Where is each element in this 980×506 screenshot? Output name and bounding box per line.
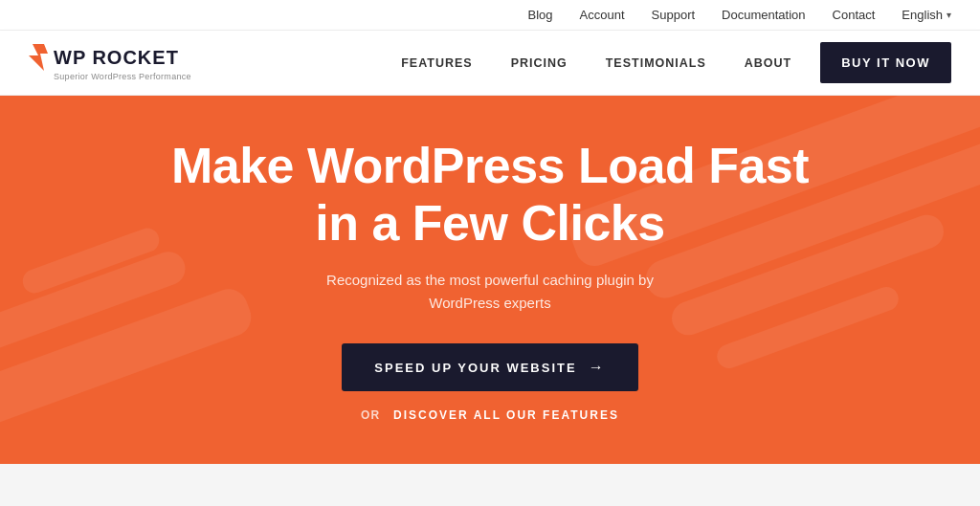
hero-section: Make WordPress Load Fast in a Few Clicks… <box>0 96 980 464</box>
language-label: English <box>902 8 943 22</box>
speed-up-button[interactable]: SPEED UP YOUR WEBSITE → <box>342 343 637 391</box>
hero-title-line2: in a Few Clicks <box>315 195 664 251</box>
nav-features-link[interactable]: FEATURES <box>401 56 472 70</box>
logo-name: WP ROCKET <box>29 44 191 71</box>
topbar-documentation-link[interactable]: Documentation <box>722 8 805 22</box>
speed-up-label: SPEED UP YOUR WEBSITE <box>374 361 576 375</box>
topbar-support-link[interactable]: Support <box>652 8 696 22</box>
language-selector[interactable]: English ▾ <box>902 8 951 22</box>
logo-link[interactable]: WP ROCKET Superior WordPress Performance <box>29 44 191 81</box>
nav-testimonials-link[interactable]: TESTIMONIALS <box>606 56 706 70</box>
svg-marker-0 <box>29 44 48 71</box>
topbar-contact-link[interactable]: Contact <box>833 8 876 22</box>
topbar-blog-link[interactable]: Blog <box>528 8 553 22</box>
or-label: OR <box>361 408 380 422</box>
top-bar: Blog Account Support Documentation Conta… <box>0 0 980 31</box>
logo-icon <box>29 44 48 71</box>
buy-it-now-button[interactable]: BUY IT NOW <box>820 42 951 83</box>
discover-features-link[interactable]: DISCOVER ALL OUR FEATURES <box>393 408 619 422</box>
or-line: OR DISCOVER ALL OUR FEATURES <box>361 408 619 422</box>
topbar-account-link[interactable]: Account <box>580 8 625 22</box>
main-nav: WP ROCKET Superior WordPress Performance… <box>0 31 980 96</box>
hero-subtitle: Recognized as the most powerful caching … <box>323 269 657 315</box>
hero-title-line1: Make WordPress Load Fast <box>171 138 809 193</box>
hero-title: Make WordPress Load Fast in a Few Clicks <box>171 138 809 253</box>
chevron-down-icon: ▾ <box>947 10 951 20</box>
logo-tagline: Superior WordPress Performance <box>54 72 191 81</box>
arrow-icon: → <box>589 359 606 376</box>
nav-links: FEATURES PRICING TESTIMONIALS ABOUT <box>401 56 791 70</box>
nav-about-link[interactable]: ABOUT <box>745 56 791 70</box>
nav-pricing-link[interactable]: PRICING <box>511 56 568 70</box>
